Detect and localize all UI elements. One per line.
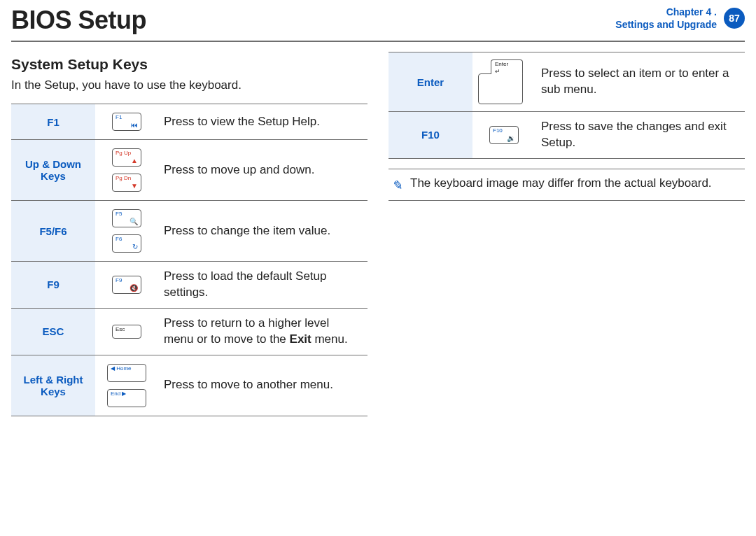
left-column: System Setup Keys In the Setup, you have… bbox=[11, 52, 368, 416]
key-name: F5/F6 bbox=[11, 201, 95, 262]
keys-table-right: EnterEnter↵Press to select an item or to… bbox=[388, 52, 745, 159]
key-name: Left & Right Keys bbox=[11, 355, 95, 416]
keycap-glyph-icon: ⏮ bbox=[131, 122, 138, 129]
keycap-stack: F10🔉 bbox=[478, 125, 530, 146]
keycap-stack: F9🔇 bbox=[101, 274, 153, 295]
key-row: Left & Right Keys◀ HomeEnd ▶Press to mov… bbox=[11, 355, 368, 416]
keycap-label: Pg Up bbox=[115, 150, 131, 156]
key-image: F9🔇 bbox=[95, 262, 158, 309]
keycap-glyph-icon: ▲ bbox=[131, 157, 138, 164]
keycap-stack: F1⏮ bbox=[101, 111, 153, 132]
note-icon: ✎ bbox=[391, 178, 405, 193]
page-title: BIOS Setup bbox=[11, 6, 146, 35]
key-row: F9F9🔇Press to load the default Setup set… bbox=[11, 262, 368, 309]
key-image: F5🔍F6↻ bbox=[95, 201, 158, 262]
keycap-stack: ◀ HomeEnd ▶ bbox=[101, 362, 153, 409]
enter-key-label: Enter bbox=[495, 61, 508, 67]
content-columns: System Setup Keys In the Setup, you have… bbox=[0, 52, 756, 416]
section-heading: System Setup Keys bbox=[11, 56, 368, 73]
keycap-label: F6 bbox=[115, 236, 122, 242]
key-row: ESCEscPress to return to a higher level … bbox=[11, 308, 368, 355]
keycap-glyph-icon: 🔍 bbox=[130, 218, 138, 225]
keycap-icon: End ▶ bbox=[107, 389, 146, 407]
note-text: The keyboard image may differ from the a… bbox=[410, 176, 712, 190]
keycap-stack: F5🔍F6↻ bbox=[101, 208, 153, 254]
chapter-line-1: Chapter 4 . bbox=[615, 6, 717, 18]
key-name: Up & Down Keys bbox=[11, 140, 95, 201]
key-name: ESC bbox=[11, 308, 95, 355]
keycap-label: F1 bbox=[115, 114, 122, 120]
keycap-icon: Esc bbox=[112, 325, 141, 339]
key-row: Up & Down KeysPg Up▲Pg Dn▼Press to move … bbox=[11, 140, 368, 201]
key-description: Press to save the changes and exit Setup… bbox=[536, 112, 745, 159]
key-row: EnterEnter↵Press to select an item or to… bbox=[388, 52, 745, 112]
key-description: Press to select an item or to enter a su… bbox=[536, 52, 745, 112]
keycap-glyph-icon: 🔉 bbox=[507, 135, 515, 142]
key-description: Press to view the Setup Help. bbox=[158, 104, 368, 140]
header-rule bbox=[11, 41, 745, 42]
keycap-icon: ◀ Home bbox=[107, 364, 146, 382]
enter-key-icon: Enter↵ bbox=[478, 59, 523, 104]
key-description: Press to move up and down. bbox=[158, 140, 368, 201]
key-image: F1⏮ bbox=[95, 104, 158, 140]
key-description: Press to return to a higher level menu o… bbox=[158, 308, 368, 355]
keycap-glyph-icon: ↻ bbox=[132, 244, 138, 251]
keycap-icon: F5🔍 bbox=[112, 209, 141, 227]
key-description: Press to move to another menu. bbox=[158, 355, 368, 416]
key-row: F1F1⏮Press to view the Setup Help. bbox=[11, 104, 368, 140]
keycap-label: End ▶ bbox=[111, 390, 126, 397]
keycap-icon: F1⏮ bbox=[112, 113, 141, 131]
keycap-icon: Pg Dn▼ bbox=[112, 174, 141, 192]
keycap-stack: Esc bbox=[101, 323, 153, 340]
keycap-label: F5 bbox=[115, 211, 122, 217]
key-row: F5/F6F5🔍F6↻Press to change the item valu… bbox=[11, 201, 368, 262]
key-description: Press to change the item value. bbox=[158, 201, 368, 262]
key-description: Press to load the default Setup settings… bbox=[158, 262, 368, 309]
key-image: ◀ HomeEnd ▶ bbox=[95, 355, 158, 416]
right-column: EnterEnter↵Press to select an item or to… bbox=[388, 52, 745, 416]
page-header: BIOS Setup Chapter 4 . Settings and Upgr… bbox=[0, 0, 756, 38]
keycap-label: Pg Dn bbox=[115, 175, 131, 181]
keycap-stack: Pg Up▲Pg Dn▼ bbox=[101, 147, 153, 193]
page-number-badge: 87 bbox=[724, 8, 745, 29]
key-name: F10 bbox=[388, 112, 472, 159]
key-name: F1 bbox=[11, 104, 95, 140]
key-image: Esc bbox=[95, 308, 158, 355]
keyboard-note: ✎ The keyboard image may differ from the… bbox=[388, 169, 745, 201]
keycap-label: ◀ Home bbox=[111, 365, 132, 372]
key-row: F10F10🔉Press to save the changes and exi… bbox=[388, 112, 745, 159]
keycap-icon: F9🔇 bbox=[112, 276, 141, 294]
enter-arrow-icon: ↵ bbox=[495, 68, 500, 75]
key-name: Enter bbox=[388, 52, 472, 112]
chapter-line-2: Settings and Upgrade bbox=[615, 18, 717, 31]
keycap-label: Esc bbox=[115, 326, 125, 332]
keys-table-left: F1F1⏮Press to view the Setup Help.Up & D… bbox=[11, 104, 368, 416]
section-intro: In the Setup, you have to use the keyboa… bbox=[11, 78, 368, 92]
keycap-glyph-icon: 🔇 bbox=[130, 285, 138, 292]
keycap-icon: F6↻ bbox=[112, 234, 141, 253]
keycap-icon: F10🔉 bbox=[489, 126, 519, 144]
keycap-label: F10 bbox=[493, 127, 503, 134]
chapter-block: Chapter 4 . Settings and Upgrade 87 bbox=[615, 6, 745, 31]
key-image: Enter↵ bbox=[472, 52, 536, 112]
key-name: F9 bbox=[11, 262, 95, 309]
keycap-label: F9 bbox=[115, 277, 122, 283]
key-image: F10🔉 bbox=[472, 112, 536, 159]
keycap-glyph-icon: ▼ bbox=[131, 183, 138, 190]
chapter-text: Chapter 4 . Settings and Upgrade bbox=[615, 6, 717, 31]
keycap-icon: Pg Up▲ bbox=[112, 148, 141, 167]
key-image: Pg Up▲Pg Dn▼ bbox=[95, 140, 158, 201]
